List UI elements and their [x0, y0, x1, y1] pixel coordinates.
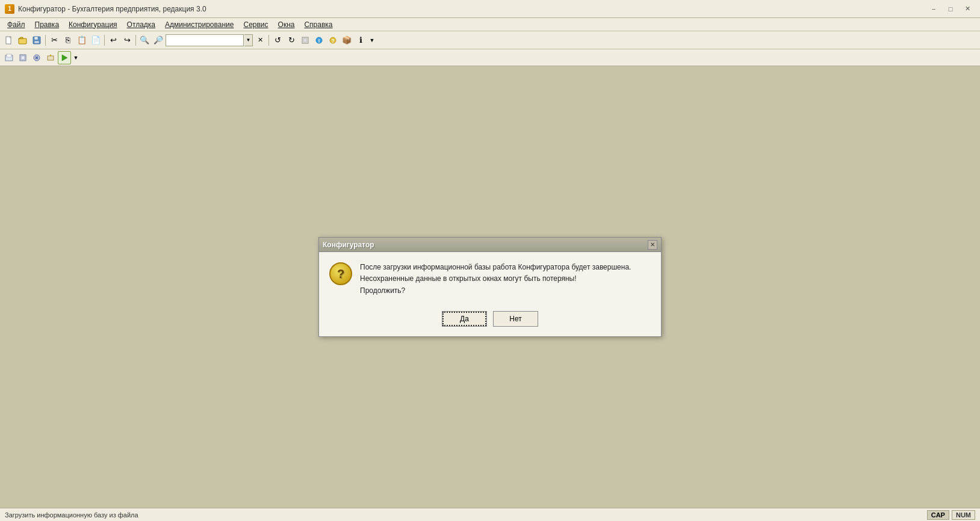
tb2-btn-4[interactable]	[44, 51, 57, 64]
dialog-buttons: Да Нет	[319, 306, 661, 336]
tb-btn-8[interactable]: !	[312, 34, 326, 47]
window-title: Конфигуратор - Бухгалтерия предприятия, …	[18, 5, 206, 13]
tb-btn-info[interactable]: ℹ	[354, 34, 367, 47]
new-button[interactable]	[2, 34, 16, 47]
yes-button[interactable]: Да	[442, 311, 487, 327]
copy-button[interactable]: ⎘	[61, 34, 75, 47]
question-icon	[329, 262, 352, 285]
dialog-title-bar: Конфигуратор ✕	[319, 238, 661, 252]
dialog-icon-container	[329, 262, 353, 286]
svg-rect-19	[48, 56, 54, 60]
toolbar-separator-3	[135, 35, 136, 46]
close-button[interactable]: ✕	[960, 3, 975, 15]
menu-admin[interactable]: Администрирование	[160, 19, 238, 30]
cap-indicator: CAP	[927, 510, 949, 520]
svg-rect-15	[21, 56, 25, 60]
toolbar-separator-1	[45, 35, 46, 46]
save-button[interactable]	[30, 34, 43, 47]
run-button[interactable]	[58, 51, 71, 64]
toolbar-separator-2	[104, 35, 105, 46]
tb-dropdown-arrow[interactable]: ▼	[368, 34, 376, 47]
tb-btn-6[interactable]: ↻	[285, 34, 298, 47]
menu-file[interactable]: Файл	[2, 19, 30, 30]
toolbar-secondary: ▼	[0, 49, 980, 66]
workspace: Конфигуратор ✕ После загрузки информацио…	[0, 66, 980, 508]
open-button[interactable]	[16, 34, 29, 47]
title-bar-left: 1 Конфигуратор - Бухгалтерия предприятия…	[5, 4, 206, 14]
dialog-close-button[interactable]: ✕	[648, 240, 657, 250]
svg-text:!: !	[318, 38, 320, 44]
dialog-title: Конфигуратор	[323, 241, 374, 249]
dialog-message-line2: Несохраненные данные в открытых окнах мо…	[360, 273, 651, 285]
menu-config[interactable]: Конфигурация	[64, 19, 122, 30]
find-button[interactable]: 🔍	[138, 34, 151, 47]
redo-button[interactable]: ↪	[120, 34, 134, 47]
title-bar-controls: − □ ✕	[926, 3, 975, 15]
tb-btn-10[interactable]: 📦	[340, 34, 353, 47]
menu-bar: Файл Правка Конфигурация Отладка Админис…	[0, 18, 980, 31]
search-input[interactable]	[166, 34, 244, 46]
menu-debug[interactable]: Отладка	[122, 19, 160, 30]
dialog-message-line3: Продолжить?	[360, 285, 651, 297]
svg-rect-7	[303, 39, 307, 42]
paste-button[interactable]: 📋	[75, 34, 88, 47]
toolbar-separator-4	[268, 35, 269, 46]
svg-marker-20	[49, 54, 52, 56]
tb2-btn-2[interactable]	[16, 51, 29, 64]
dialog-message-line1: После загрузки информационной базы работ…	[360, 262, 651, 273]
svg-rect-5	[34, 41, 39, 43]
svg-text:?: ?	[331, 38, 335, 44]
run-dropdown[interactable]: ▼	[72, 51, 80, 64]
menu-windows[interactable]: Окна	[273, 19, 300, 30]
paste2-button[interactable]: 📄	[89, 34, 102, 47]
svg-rect-4	[34, 37, 38, 40]
minimize-button[interactable]: −	[926, 3, 941, 15]
dialog-box: Конфигуратор ✕ После загрузки информацио…	[318, 237, 662, 337]
zoom-button[interactable]: 🔎	[152, 34, 165, 47]
app-icon: 1	[5, 4, 14, 14]
num-indicator: NUM	[952, 510, 975, 520]
tb2-btn-3[interactable]	[30, 51, 43, 64]
search-dropdown[interactable]: ▼	[244, 34, 253, 46]
dialog-message: После загрузки информационной базы работ…	[360, 262, 651, 297]
menu-service[interactable]: Сервис	[238, 19, 273, 30]
menu-edit[interactable]: Правка	[30, 19, 64, 30]
undo-button[interactable]: ↩	[107, 34, 120, 47]
toolbar-main: ✂ ⎘ 📋 📄 ↩ ↪ 🔍 🔎 ▼ ✕ ↺ ↻ ! ? 📦 ℹ ▼	[0, 31, 980, 49]
title-bar: 1 Конфигуратор - Бухгалтерия предприятия…	[0, 0, 980, 18]
dialog-overlay: Конфигуратор ✕ После загрузки информацио…	[0, 66, 980, 508]
dialog-body: После загрузки информационной базы работ…	[319, 252, 661, 306]
status-text: Загрузить информационную базу из файла	[5, 511, 138, 519]
tb-btn-7[interactable]	[299, 34, 312, 47]
maximize-button[interactable]: □	[943, 3, 958, 15]
cut-button[interactable]: ✂	[48, 34, 61, 47]
search-clear-button[interactable]: ✕	[253, 34, 267, 47]
svg-marker-21	[62, 55, 67, 61]
status-bar: Загрузить информационную базу из файла C…	[0, 508, 980, 521]
tb2-btn-1[interactable]	[2, 51, 16, 64]
svg-rect-13	[7, 54, 11, 57]
menu-help[interactable]: Справка	[299, 19, 337, 30]
tb-btn-9[interactable]: ?	[326, 34, 340, 47]
svg-rect-1	[10, 37, 11, 38]
no-button[interactable]: Нет	[493, 311, 538, 327]
svg-rect-2	[19, 39, 26, 44]
tb-btn-5[interactable]: ↺	[271, 34, 284, 47]
status-indicators: CAP NUM	[927, 510, 975, 520]
